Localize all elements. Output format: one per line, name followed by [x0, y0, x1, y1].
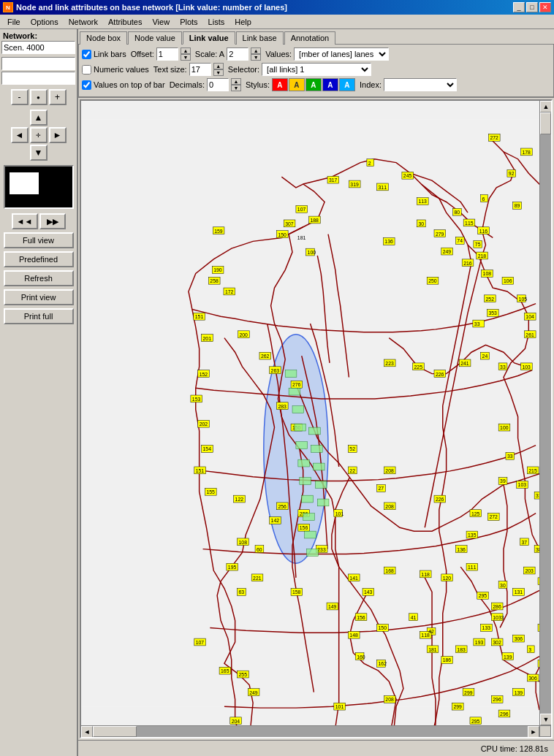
offset-up[interactable]: ▲ [181, 47, 191, 54]
menu-options[interactable]: Options [26, 17, 63, 27]
svg-rect-344 [289, 388, 300, 395]
offset-spinner[interactable]: ▲ ▼ [181, 47, 191, 61]
maximize-button[interactable]: □ [526, 2, 538, 12]
decimals-spinner[interactable]: ▲ ▼ [231, 78, 241, 91]
menu-help[interactable]: Help [230, 17, 256, 27]
svg-text:226: 226 [436, 497, 444, 502]
svg-rect-349 [300, 478, 311, 485]
text-size-group: Text size: ▲ ▼ [153, 63, 224, 76]
scroll-right-button[interactable]: ► [528, 726, 539, 738]
style-btn-1[interactable]: A [272, 78, 288, 91]
sidebar: Network: - ● + ▲ ◄ ✛ ► ▼ [0, 29, 78, 756]
svg-text:262: 262 [261, 354, 270, 359]
scenario-input-1[interactable] [1, 57, 75, 70]
svg-text:272: 272 [489, 514, 498, 519]
values-select[interactable]: [mber of lanes] lanes [294, 47, 389, 61]
link-bars-checkbox-label[interactable]: Link bars [82, 50, 126, 59]
nav-center-button[interactable]: ✛ [30, 127, 48, 143]
menu-plots[interactable]: Plots [175, 17, 202, 27]
forward-button[interactable]: ▶▶ [39, 213, 66, 229]
link-bars-checkbox[interactable] [82, 50, 91, 59]
style-btn-2[interactable]: A [289, 78, 305, 91]
offset-group: Offset: ▲ ▼ [131, 47, 191, 61]
tab-node-box[interactable]: Node box [80, 31, 127, 45]
text-size-up[interactable]: ▲ [213, 63, 224, 69]
svg-text:107: 107 [196, 640, 205, 645]
decimals-down[interactable]: ▼ [231, 85, 241, 91]
offset-input[interactable] [156, 47, 178, 61]
svg-text:225: 225 [414, 364, 423, 370]
svg-text:203: 203 [525, 568, 534, 573]
svg-text:153: 153 [192, 397, 201, 402]
svg-text:103: 103 [522, 364, 531, 370]
svg-text:113: 113 [418, 199, 427, 204]
zoom-minus-button[interactable]: - [11, 89, 29, 105]
values-on-top-checkbox[interactable] [82, 80, 91, 90]
zoom-plus-button[interactable]: + [49, 89, 67, 105]
scale-up[interactable]: ▲ [251, 47, 261, 54]
decimals-input[interactable] [207, 78, 229, 91]
nav-down-button[interactable]: ▼ [30, 145, 48, 161]
scale-input[interactable] [227, 47, 248, 61]
tab-link-value[interactable]: Link value [183, 31, 235, 45]
menu-view[interactable]: View [148, 17, 174, 27]
print-full-button[interactable]: Print full [4, 308, 74, 324]
style-btn-4[interactable]: A [322, 78, 338, 91]
nav-left-button[interactable]: ◄ [11, 127, 29, 143]
svg-text:120: 120 [443, 576, 452, 581]
svg-text:296: 296 [500, 711, 509, 717]
menu-network[interactable]: Network [64, 17, 102, 27]
nav-right-button[interactable]: ► [49, 127, 67, 143]
svg-text:33: 33 [507, 454, 513, 459]
svg-text:103: 103 [518, 482, 527, 487]
scroll-down-button[interactable]: ▼ [540, 714, 552, 725]
svg-text:152: 152 [200, 372, 208, 377]
scroll-up-button[interactable]: ▲ [540, 101, 552, 112]
text-size-down[interactable]: ▼ [213, 69, 224, 76]
style-btn-3[interactable]: A [306, 78, 322, 91]
menu-lists[interactable]: Lists [204, 17, 229, 27]
decimals-up[interactable]: ▲ [231, 78, 241, 85]
svg-text:279: 279 [436, 232, 444, 237]
numeric-values-checkbox-label[interactable]: Numeric values [82, 65, 149, 75]
tab-annotation[interactable]: Annotation [284, 31, 336, 45]
svg-rect-352 [305, 531, 316, 538]
full-view-button[interactable]: Full view [4, 232, 74, 248]
scenario-input-2[interactable] [1, 72, 75, 85]
numeric-values-checkbox[interactable] [82, 65, 91, 75]
close-button[interactable]: ✕ [539, 2, 551, 12]
nav-up-button[interactable]: ▲ [30, 110, 48, 126]
vertical-scrollbar[interactable]: ▲ ▼ [539, 101, 551, 725]
menu-file[interactable]: File [3, 17, 25, 27]
tab-node-value[interactable]: Node value [128, 31, 182, 45]
zoom-center-button[interactable]: ● [30, 89, 48, 105]
refresh-button[interactable]: Refresh [4, 270, 74, 286]
horizontal-scrollbar[interactable]: ◄ ► [81, 725, 539, 737]
svg-text:202: 202 [200, 421, 208, 427]
map-container[interactable]: 272 178 267 92 270 2 245 317 319 311 6 8… [80, 99, 553, 738]
index-select[interactable] [384, 78, 457, 91]
text-size-spinner[interactable]: ▲ ▼ [213, 63, 224, 76]
scale-spinner[interactable]: ▲ ▼ [251, 47, 261, 61]
svg-text:37: 37 [522, 540, 528, 545]
selector-select[interactable]: [all links] 1 [262, 63, 371, 76]
scale-down[interactable]: ▼ [251, 54, 261, 61]
back-button[interactable]: ◄◄ [12, 213, 38, 229]
print-view-button[interactable]: Print view [4, 289, 74, 305]
offset-down[interactable]: ▼ [181, 54, 191, 61]
svg-text:204: 204 [232, 719, 240, 724]
tab-link-base[interactable]: Link base [236, 31, 284, 45]
scroll-left-button[interactable]: ◄ [81, 726, 93, 738]
style-btn-5[interactable]: A [339, 78, 355, 91]
svg-text:74: 74 [457, 238, 463, 243]
preview-inner [10, 172, 39, 194]
network-input[interactable] [1, 41, 75, 54]
predefined-button[interactable]: Predefined [4, 251, 74, 267]
svg-text:208: 208 [385, 504, 394, 509]
values-on-top-checkbox-label[interactable]: Values on top of bar [82, 80, 165, 90]
svg-text:108: 108 [239, 540, 248, 545]
svg-rect-350 [302, 495, 314, 503]
menu-attributes[interactable]: Attributes [104, 17, 146, 27]
text-size-input[interactable] [189, 63, 211, 76]
minimize-button[interactable]: _ [513, 2, 525, 12]
